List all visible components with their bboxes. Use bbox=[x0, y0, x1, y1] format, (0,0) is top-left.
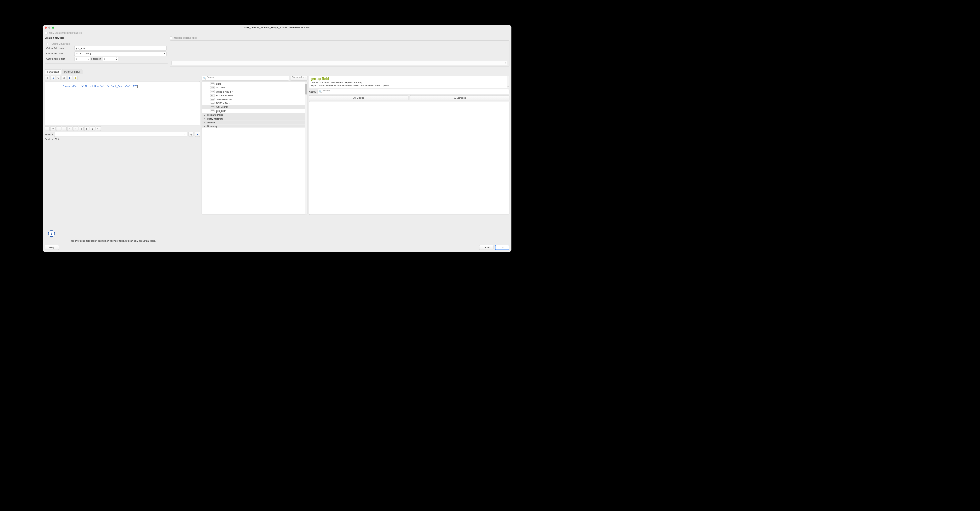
close-icon[interactable] bbox=[45, 27, 47, 29]
help-button[interactable]: Help bbox=[45, 245, 59, 250]
help-title: group field bbox=[311, 77, 508, 81]
function-search-input[interactable]: 🔍 Search… bbox=[202, 76, 289, 81]
op-minus[interactable]: - bbox=[56, 126, 61, 131]
create-field-group: Create virtual field Output field name O… bbox=[45, 41, 168, 64]
create-virtual-checkbox bbox=[46, 43, 49, 45]
expression-editor[interactable]: "House #"+' '+"Street Name"+' '+ "Ant_Co… bbox=[45, 81, 200, 126]
values-search-input[interactable]: 🔍 Search… bbox=[318, 89, 509, 94]
precision-spin: 3 ▲▼ bbox=[102, 57, 118, 61]
ten-samples-button[interactable]: 10 Samples bbox=[410, 95, 509, 100]
cancel-button[interactable]: Cancel bbox=[479, 245, 494, 250]
scroll-thumb[interactable] bbox=[305, 84, 307, 94]
type-badge-icon: abc bbox=[76, 53, 79, 55]
op-eq[interactable]: = bbox=[45, 126, 50, 131]
op-mul[interactable]: * bbox=[67, 126, 73, 131]
help-line1: Double-click to add field name to expres… bbox=[311, 81, 508, 84]
help-line2: Right-Click on field name to open contex… bbox=[311, 84, 508, 87]
disclosure-icon[interactable]: ▶ bbox=[204, 114, 206, 116]
info-icon: i bbox=[48, 231, 55, 237]
create-virtual-label: Create virtual field bbox=[51, 43, 70, 45]
window-title: DOB_Cellular_Antenna_Filings_20240923 — … bbox=[54, 26, 501, 29]
op-lparen[interactable]: ( bbox=[84, 126, 89, 131]
only-update-label: Only update 0 selected features bbox=[49, 32, 82, 34]
only-update-row: Only update 0 selected features bbox=[45, 31, 509, 35]
field-item: abcJob Description bbox=[202, 97, 305, 101]
chevron-down-icon: ▼ bbox=[162, 53, 165, 54]
expression-toolbar: ✎ 🗑 ⬇ ⬆ bbox=[45, 76, 200, 80]
feature-label: Feature bbox=[45, 133, 52, 136]
new-file-icon[interactable] bbox=[45, 76, 49, 80]
field-item: abcState bbox=[202, 82, 305, 86]
field-item: abcDOBRunDate bbox=[202, 101, 305, 105]
output-length-label: Output field length bbox=[46, 57, 73, 60]
svg-rect-3 bbox=[52, 78, 53, 79]
update-existing-checkbox bbox=[170, 37, 172, 39]
all-unique-button[interactable]: All Unique bbox=[309, 95, 408, 100]
search-icon: 🔍 bbox=[203, 77, 206, 80]
edit-icon[interactable]: ✎ bbox=[56, 76, 61, 80]
tab-expression[interactable]: Expression bbox=[45, 70, 61, 75]
tab-function-editor[interactable]: Function Editor bbox=[62, 70, 82, 75]
disclosure-icon[interactable]: ▶ bbox=[204, 122, 206, 124]
tabs: Expression Function Editor bbox=[45, 70, 509, 75]
operator-row: = + - / * ^ || ( ) '\n' bbox=[45, 126, 200, 131]
chevron-down-icon: ▼ bbox=[504, 62, 506, 64]
field-item: 123Owner's Phone # bbox=[202, 89, 305, 93]
ok-button[interactable]: OK bbox=[495, 245, 509, 250]
create-field-title: Create a new field bbox=[45, 36, 168, 39]
save-icon[interactable] bbox=[51, 76, 55, 80]
disclosure-icon[interactable]: ▶ bbox=[204, 125, 206, 127]
window-controls bbox=[45, 27, 54, 29]
update-field-combo: ▼ bbox=[172, 60, 508, 65]
op-concat[interactable]: || bbox=[79, 126, 84, 131]
output-type-label: Output field type bbox=[46, 52, 73, 55]
op-plus[interactable]: + bbox=[51, 126, 56, 131]
field-item-selected: abcAnt_County bbox=[202, 105, 305, 109]
values-list[interactable] bbox=[309, 101, 509, 215]
show-values-button[interactable]: Show Values bbox=[290, 76, 307, 81]
scroll-up-icon[interactable]: ▲ bbox=[507, 76, 509, 78]
output-length-spin: 0 ▲▼ bbox=[74, 57, 90, 61]
spin-buttons: ▲▼ bbox=[115, 57, 118, 60]
search-icon: 🔍 bbox=[319, 91, 321, 93]
chevron-down-icon: ▼ bbox=[183, 133, 186, 135]
tree-category: ▶Geometry bbox=[202, 124, 305, 127]
function-tree[interactable]: abcState 123Zip Code 123Owner's Phone # … bbox=[202, 82, 307, 215]
spin-buttons: ▲▼ bbox=[87, 57, 89, 60]
tree-scrollbar[interactable]: ▲ ▼ bbox=[305, 82, 307, 215]
output-name-input[interactable] bbox=[74, 46, 166, 51]
update-field-group: ▼ bbox=[170, 40, 509, 67]
field-calculator-dialog: DOB_Cellular_Antenna_Filings_20240923 — … bbox=[43, 25, 511, 252]
tree-category: ▶Fuzzy Matching bbox=[202, 116, 305, 120]
import-icon[interactable]: ⬇ bbox=[67, 76, 72, 80]
preview-label: Preview: bbox=[45, 138, 54, 140]
export-icon[interactable]: ⬆ bbox=[73, 76, 78, 80]
help-scrollbar[interactable]: ▲ ▼ bbox=[507, 76, 509, 88]
output-type-combo[interactable]: abcText (string) ▼ bbox=[74, 51, 166, 56]
tree-category: ▶Files and Paths bbox=[202, 113, 305, 116]
values-label: Values bbox=[309, 91, 316, 93]
scroll-down-icon[interactable]: ▼ bbox=[507, 86, 509, 88]
precision-label: Precision bbox=[91, 57, 101, 60]
op-rparen[interactable]: ) bbox=[90, 126, 95, 131]
field-item: 123Zip Code bbox=[202, 86, 305, 89]
scroll-down-icon[interactable]: ▼ bbox=[305, 212, 307, 215]
preview-value: NULL bbox=[55, 138, 60, 140]
info-text: This layer does not support adding new p… bbox=[70, 240, 156, 242]
update-field-title: Update existing field bbox=[174, 36, 197, 39]
op-div[interactable]: / bbox=[62, 126, 67, 131]
minimize-icon[interactable] bbox=[48, 27, 51, 29]
field-item: abcgeo_addr bbox=[202, 109, 305, 113]
field-item: abcFirst Permit Date bbox=[202, 94, 305, 97]
feature-combo[interactable]: ▼ bbox=[54, 132, 188, 137]
op-pow[interactable]: ^ bbox=[73, 126, 78, 131]
output-name-label: Output field name bbox=[46, 47, 73, 50]
prev-feature-button[interactable]: ◀ bbox=[189, 132, 194, 137]
op-newline[interactable]: '\n' bbox=[95, 126, 101, 131]
help-panel: ▲ ▼ group field Double-click to add fiel… bbox=[309, 76, 509, 88]
delete-icon[interactable]: 🗑 bbox=[62, 76, 67, 80]
tree-category: ▶General bbox=[202, 121, 305, 124]
titlebar: DOB_Cellular_Antenna_Filings_20240923 — … bbox=[43, 25, 511, 30]
next-feature-button[interactable]: ▶ bbox=[195, 132, 200, 137]
disclosure-icon[interactable]: ▶ bbox=[204, 118, 206, 119]
